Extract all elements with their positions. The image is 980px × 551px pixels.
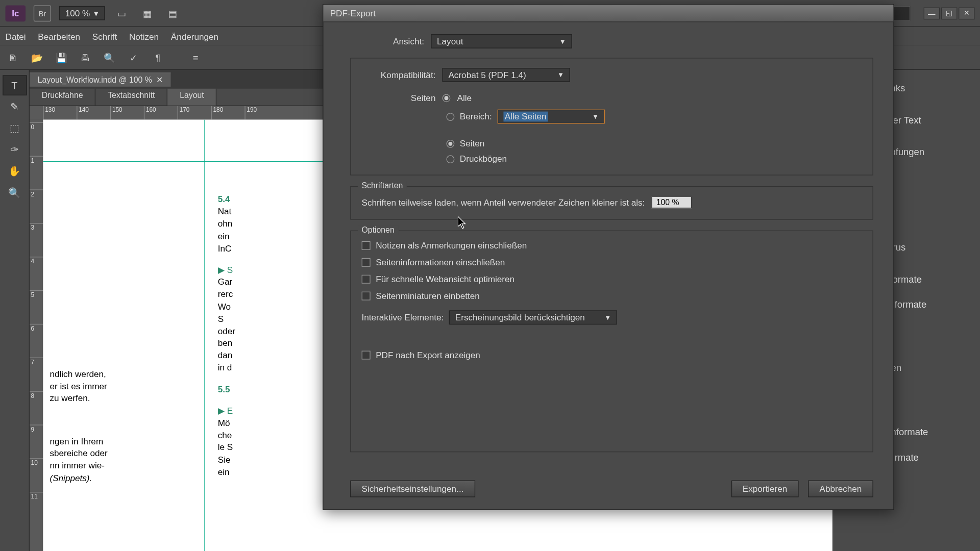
maximize-button[interactable]: ◱ bbox=[941, 7, 958, 19]
pdf-export-dialog: PDF-Export Ansicht: Layout▼ Kompatibilit… bbox=[323, 4, 894, 510]
security-button[interactable]: Sicherheitseinstellungen... bbox=[350, 481, 475, 497]
screen-mode-icon[interactable]: ▭ bbox=[113, 6, 130, 20]
interactive-dropdown[interactable]: Erscheinungsbild berücksichtigen▼ bbox=[449, 310, 617, 324]
eyedropper-icon[interactable]: ✑ bbox=[3, 140, 27, 160]
all-pages-label: Alle bbox=[457, 93, 472, 103]
chk-pageinfo[interactable] bbox=[362, 258, 371, 267]
range-label: Bereich: bbox=[460, 112, 492, 122]
note-tool-icon[interactable]: ✎ bbox=[3, 97, 27, 117]
chk-notes[interactable] bbox=[362, 241, 371, 250]
position-tool-icon[interactable]: ⬚ bbox=[3, 118, 27, 139]
view-dropdown[interactable]: Layout▼ bbox=[431, 34, 572, 48]
radio-range[interactable] bbox=[446, 113, 454, 121]
hand-tool-icon[interactable]: ✋ bbox=[3, 161, 27, 182]
radio-all-pages[interactable] bbox=[443, 94, 451, 102]
options-group-label: Optionen bbox=[358, 225, 399, 234]
open-icon[interactable]: 📂 bbox=[30, 51, 44, 64]
bridge-icon[interactable]: Br bbox=[34, 5, 51, 21]
fonts-subset-label: Schriften teilweise laden, wenn Anteil v… bbox=[362, 197, 645, 208]
fonts-percent-input[interactable] bbox=[652, 196, 692, 209]
cancel-button[interactable]: Abbrechen bbox=[808, 481, 873, 497]
pages-label: Seiten bbox=[362, 93, 436, 103]
zoom-select[interactable]: 100 %▾ bbox=[59, 6, 105, 20]
radio-spreads[interactable] bbox=[446, 155, 454, 163]
dialog-titlebar[interactable]: PDF-Export bbox=[323, 5, 893, 22]
save-icon[interactable]: 💾 bbox=[54, 51, 68, 64]
export-button[interactable]: Exportieren bbox=[731, 481, 798, 497]
type-tool-icon[interactable]: T bbox=[3, 76, 27, 96]
document-tab-label: Layout_Workflow.indd @ 100 % bbox=[38, 75, 152, 84]
chk-view-after[interactable] bbox=[362, 350, 371, 359]
chk-webview-label: Für schnelle Webansicht optimieren bbox=[376, 274, 514, 284]
minimize-button[interactable]: — bbox=[924, 7, 940, 19]
fonts-group-label: Schriftarten bbox=[358, 181, 407, 190]
arrange-icon[interactable]: ▦ bbox=[138, 6, 156, 20]
compat-label: Kompatibilität: bbox=[362, 70, 436, 80]
menu-changes[interactable]: Änderungen bbox=[171, 31, 218, 41]
chk-notes-label: Notizen als Anmerkungen einschließen bbox=[376, 240, 527, 251]
paragraph-icon[interactable]: ¶ bbox=[151, 51, 165, 64]
panel-menu-icon[interactable]: ≡ bbox=[188, 51, 203, 64]
range-dropdown[interactable]: Alle Seiten▼ bbox=[497, 110, 605, 124]
find-icon[interactable]: 🔍 bbox=[102, 51, 117, 64]
view-options-icon[interactable]: ▤ bbox=[164, 6, 181, 20]
document-tab[interactable]: Layout_Workflow.indd @ 100 % ✕ bbox=[30, 72, 171, 87]
close-tab-icon[interactable]: ✕ bbox=[156, 75, 163, 84]
tool-palette: T ✎ ⬚ ✑ ✋ 🔍 bbox=[0, 70, 30, 551]
zoom-tool-icon[interactable]: 🔍 bbox=[3, 183, 27, 203]
menu-edit[interactable]: Bearbeiten bbox=[38, 31, 80, 41]
vertical-ruler: 0 1 2 3 4 5 6 7 8 9 10 11 bbox=[30, 119, 43, 551]
app-logo: Ic bbox=[6, 5, 26, 21]
chk-webview[interactable] bbox=[362, 275, 371, 284]
chk-pageinfo-label: Seiteninformationen einschließen bbox=[376, 257, 505, 267]
close-button[interactable]: ✕ bbox=[959, 7, 975, 19]
compat-dropdown[interactable]: Acrobat 5 (PDF 1.4)▼ bbox=[443, 68, 570, 82]
interactive-label: Interaktive Elemente: bbox=[362, 312, 444, 322]
new-icon[interactable]: 🗎 bbox=[6, 51, 20, 64]
print-icon[interactable]: 🖶 bbox=[78, 51, 93, 64]
view-tab-galley[interactable]: Druckfahne bbox=[30, 89, 96, 106]
menu-file[interactable]: Datei bbox=[6, 31, 26, 41]
spreads-radio-label: Druckbögen bbox=[460, 154, 507, 164]
view-label: Ansicht: bbox=[350, 36, 424, 46]
menu-type[interactable]: Schrift bbox=[92, 31, 117, 41]
menu-notes[interactable]: Notizen bbox=[129, 31, 159, 41]
chk-view-after-label: PDF nach Export anzeigen bbox=[376, 350, 480, 360]
chk-thumbnails[interactable] bbox=[362, 292, 371, 300]
chk-thumbnails-label: Seitenminiaturen einbetten bbox=[376, 291, 480, 301]
pages-radio-label: Seiten bbox=[460, 138, 485, 148]
view-tab-story[interactable]: Textabschnitt bbox=[96, 89, 168, 106]
radio-pages[interactable] bbox=[446, 139, 454, 147]
spellcheck-icon[interactable]: ✓ bbox=[127, 51, 141, 64]
view-tab-layout[interactable]: Layout bbox=[167, 89, 216, 106]
